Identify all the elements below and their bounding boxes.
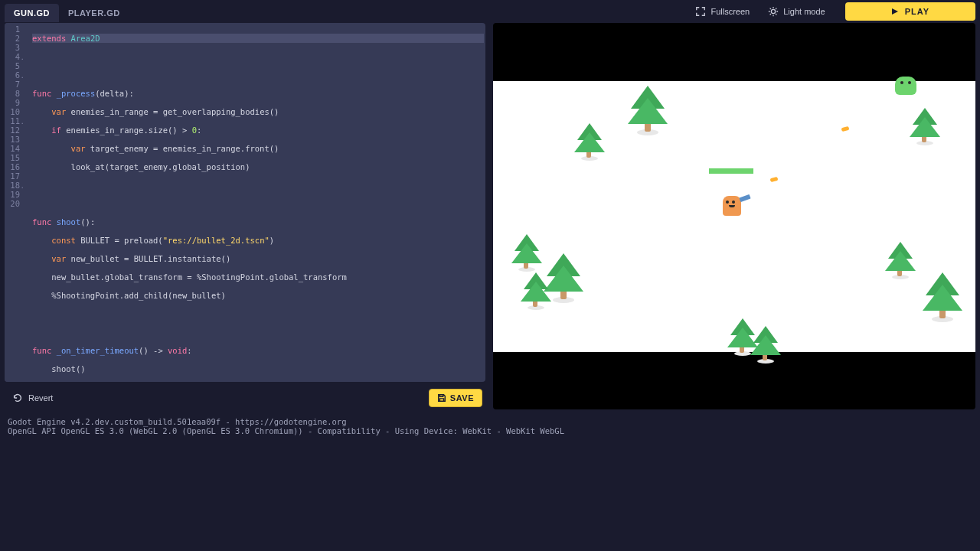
sun-icon (768, 6, 779, 17)
bullet-sprite (841, 126, 850, 131)
revert-label: Revert (28, 393, 53, 403)
code-token: enemies_in_range.size() > (61, 126, 192, 135)
play-button[interactable]: PLAY (845, 2, 975, 21)
code-token: ) (270, 236, 274, 245)
code-token: var (71, 144, 86, 153)
code-token: "res://bullet_2d.tscn" (163, 236, 270, 245)
top-toolbar: GUN.GD PLAYER.GD Fullscreen Light mode P… (0, 0, 980, 23)
code-token: const (51, 236, 76, 245)
fullscreen-button[interactable]: Fullscreen (686, 2, 759, 21)
lightmode-label: Light mode (783, 7, 825, 16)
player-body (723, 196, 741, 216)
output-console: Godot Engine v4.2.dev.custom_build.501ea… (0, 409, 980, 443)
fullscreen-icon (695, 6, 706, 17)
code-token: look_at(target_enemy.global_position) (71, 162, 250, 171)
code-token: _process (57, 89, 96, 98)
revert-button[interactable]: Revert (8, 390, 57, 406)
svg-point-0 (772, 9, 776, 13)
play-icon (891, 8, 899, 15)
health-bar (709, 168, 753, 174)
code-token: void (168, 346, 187, 355)
tab-gun-gd[interactable]: GUN.GD (5, 4, 59, 22)
play-label: PLAY (905, 7, 929, 16)
tab-player-gd[interactable]: PLAYER.GD (59, 4, 129, 22)
code-token: enemies_in_range = get_overlapping_bodie… (66, 107, 279, 116)
code-token: new_bullet.global_transform = %ShootingP… (51, 272, 347, 282)
enemy-sprite (895, 77, 916, 95)
viewport-column (493, 23, 975, 409)
code-token: : (187, 346, 191, 355)
file-tabs: GUN.GD PLAYER.GD (0, 1, 134, 22)
game-viewport[interactable] (493, 23, 975, 409)
fullscreen-label: Fullscreen (710, 7, 750, 16)
code-token: Area2D (71, 34, 100, 43)
code-token: %ShootingPoint.add_child(new_bullet) (51, 291, 226, 300)
lightmode-button[interactable]: Light mode (759, 2, 834, 21)
console-line: OpenGL API OpenGL ES 3.0 (WebGL 2.0 (Ope… (8, 426, 972, 435)
bullet-sprite (770, 176, 779, 181)
code-token: new_bullet = BULLET.instantiate() (66, 254, 230, 263)
editor-footer: Revert SAVE (5, 386, 485, 409)
code-area[interactable]: extends Area2D func _process(delta): var… (24, 23, 485, 382)
line-gutter: 1234567891011121314151617181920 (5, 23, 24, 382)
code-token: (): (80, 217, 95, 227)
save-label: SAVE (450, 393, 474, 403)
code-token: shoot() (51, 364, 85, 373)
code-token: BULLET = preload( (76, 236, 163, 245)
code-editor[interactable]: 1234567891011121314151617181920 extends … (5, 23, 485, 382)
code-token: func (32, 89, 51, 98)
save-icon (437, 393, 446, 403)
code-token: (delta): (95, 89, 134, 98)
code-token: target_enemy = enemies_in_range.front() (86, 144, 279, 153)
revert-icon (12, 393, 23, 403)
editor-column: 1234567891011121314151617181920 extends … (5, 23, 485, 409)
player-sprite (723, 196, 744, 219)
code-token: if (51, 126, 61, 135)
code-token: func (32, 217, 51, 227)
code-token: extends (32, 34, 66, 43)
code-token: func (32, 346, 51, 355)
gun-sprite (739, 194, 750, 201)
code-token: var (51, 254, 66, 263)
code-token: : (197, 126, 201, 135)
main-split: 1234567891011121314151617181920 extends … (0, 23, 980, 409)
save-button[interactable]: SAVE (429, 389, 482, 407)
code-token: shoot (57, 217, 81, 227)
game-canvas (493, 81, 975, 352)
code-token: () -> (139, 346, 168, 355)
code-token: _on_timer_timeout (57, 346, 139, 355)
console-line: Godot Engine v4.2.dev.custom_build.501ea… (8, 417, 972, 426)
code-token: var (51, 107, 66, 116)
